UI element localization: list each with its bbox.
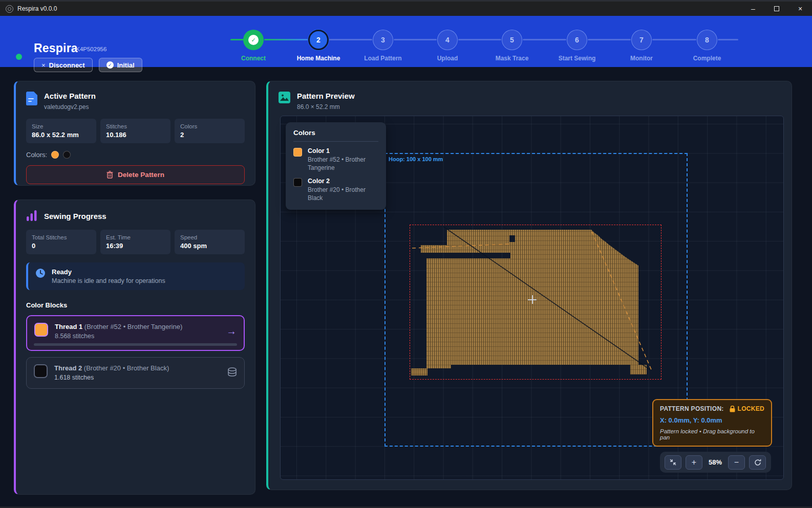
brand-title: Respira (34, 41, 78, 55)
zoom-in-button[interactable]: + (686, 455, 702, 470)
locked-badge: LOCKED (738, 405, 764, 412)
app-header: Respira • K4P502956 × Disconnect ✓ Initi… (0, 16, 812, 67)
sewing-progress-panel: Sewing Progress Total Stitches 0 Est. Ti… (14, 200, 255, 495)
step-monitor[interactable]: 7 Monitor (613, 30, 670, 62)
colors-legend-title: Colors (293, 129, 378, 137)
initial-button[interactable]: ✓ Initial (99, 58, 142, 72)
thread-2-swatch (34, 364, 48, 378)
color-1-swatch (293, 148, 302, 157)
clock-icon (35, 268, 46, 278)
step-done-circle: ✓ (243, 30, 264, 50)
thread-1-stitches: 8.568 stitches (55, 333, 182, 340)
delete-pattern-button[interactable]: Delete Pattern (26, 165, 245, 184)
reset-view-button[interactable] (749, 455, 766, 470)
stat-size: Size 86.0 x 52.2 mm (26, 119, 96, 143)
pattern-preview-title: Pattern Preview (297, 92, 355, 100)
maximize-icon (774, 6, 779, 11)
fit-screen-icon (670, 459, 676, 466)
document-icon (26, 92, 37, 105)
divider (293, 141, 378, 142)
lock-icon (730, 406, 735, 412)
color-swatch-orange (51, 151, 59, 159)
bar-chart-icon (26, 210, 37, 222)
check-circle-icon: ✓ (106, 61, 114, 69)
color-2-item: Color 2 Brother #20 • Brother Black (293, 178, 378, 202)
thread-2-name: Thread 2 (54, 364, 82, 372)
color-1-item: Color 1 Brother #52 • Brother Tangerine (293, 147, 378, 172)
delete-pattern-label: Delete Pattern (118, 171, 164, 179)
stat-colors: Colors 2 (175, 119, 245, 143)
window-title: Respira v0.0.0 (17, 5, 57, 12)
zoom-out-button[interactable]: − (728, 455, 745, 470)
thread-1-name: Thread 1 (55, 323, 82, 330)
thread-1-swatch (34, 323, 48, 337)
trash-icon (106, 171, 113, 179)
minimize-button[interactable]: – (741, 2, 765, 16)
close-button[interactable]: × (788, 2, 812, 16)
machine-status-box: Ready Machine is idle and ready for oper… (26, 262, 245, 290)
step-mask-trace[interactable]: 5 Mask Trace (484, 30, 540, 62)
titlebar: Respira v0.0.0 – × (0, 2, 812, 16)
pattern-position-label: PATTERN POSITION: (660, 405, 724, 412)
pattern-coordinates: X: 0.0mm, Y: 0.0mm (660, 416, 764, 424)
active-pattern-title: Active Pattern (44, 92, 96, 100)
colors-legend-panel: Colors Color 1 Brother #52 • Brother Tan… (286, 122, 386, 210)
stat-stitches: Stitches 10.186 (100, 119, 170, 143)
step-start-sewing[interactable]: 6 Start Sewing (549, 30, 605, 62)
check-icon: ✓ (248, 35, 259, 45)
step-load-pattern[interactable]: 3 Load Pattern (355, 30, 411, 62)
step-complete[interactable]: 8 Complete (679, 30, 735, 62)
machine-serial: • K4P502956 (72, 46, 106, 52)
step-upload[interactable]: 4 Upload (419, 30, 476, 62)
pattern-filename: valetudogv2.pes (44, 103, 96, 111)
active-pattern-panel: Active Pattern valetudogv2.pes Size 86.0… (14, 81, 255, 186)
thread-1-progress-bar (34, 343, 237, 346)
preview-canvas[interactable]: Hoop: 100 x 100 mm Colors (280, 116, 784, 480)
refresh-icon (754, 459, 761, 466)
stat-total-stitches: Total Stitches 0 (26, 230, 96, 254)
colors-label: Colors: (26, 151, 47, 159)
pattern-preview-panel: Pattern Preview 86.0 × 52.2 mm Hoop: 100… (266, 81, 792, 490)
thread-2-detail: (Brother #20 • Brother Black) (84, 364, 169, 372)
status-description: Machine is idle and ready for operations (52, 277, 165, 284)
stat-speed: Speed 400 spm (175, 230, 245, 254)
arrow-right-icon: → (226, 325, 237, 337)
center-crosshair-icon (528, 295, 537, 304)
fit-to-screen-button[interactable] (665, 455, 681, 470)
sewing-progress-title: Sewing Progress (44, 212, 106, 220)
pattern-position-overlay: PATTERN POSITION: LOCKED X: 0.0mm, Y: 0.… (652, 399, 772, 447)
thread-1-detail: (Brother #52 • Brother Tangerine) (84, 323, 182, 330)
thread-1-card[interactable]: Thread 1 (Brother #52 • Brother Tangerin… (26, 315, 245, 351)
thread-2-stitches: 1.618 stitches (54, 374, 169, 381)
color-blocks-heading: Color Blocks (16, 290, 255, 309)
pattern-dimensions: 86.0 × 52.2 mm (297, 103, 355, 111)
stat-est-time: Est. Time 16:39 (100, 230, 170, 254)
color-2-swatch (293, 178, 302, 187)
step-connect[interactable]: ✓ Connect (225, 30, 282, 62)
disconnect-x-icon: × (41, 61, 46, 69)
status-title: Ready (52, 268, 165, 276)
color-swatch-black (63, 151, 71, 159)
step-home-machine[interactable]: 2 Home Machine (290, 30, 347, 62)
image-icon (279, 92, 290, 103)
connection-status-dot (16, 54, 22, 60)
initial-label: Initial (117, 61, 135, 69)
disconnect-label: Disconnect (49, 61, 85, 69)
pattern-lock-hint: Pattern locked • Drag background to pan (660, 428, 764, 440)
zoom-toolbar: + 58% − (660, 452, 771, 473)
layers-icon (227, 367, 237, 379)
zoom-level: 58% (707, 458, 724, 466)
maximize-button[interactable] (765, 2, 788, 16)
app-logo-icon (6, 5, 13, 13)
thread-2-card[interactable]: Thread 2 (Brother #20 • Brother Black) 1… (26, 357, 245, 389)
disconnect-button[interactable]: × Disconnect (34, 58, 93, 72)
